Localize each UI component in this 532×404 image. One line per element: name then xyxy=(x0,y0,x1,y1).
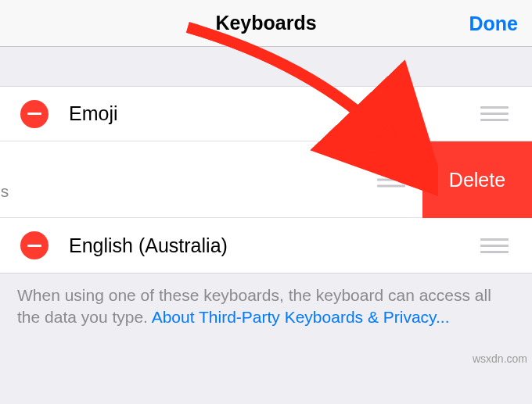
page-title: Keyboards xyxy=(215,12,316,34)
done-button[interactable]: Done xyxy=(469,12,519,34)
drag-handle-icon[interactable] xyxy=(376,172,407,187)
list-item[interactable]: English (Australia) xyxy=(0,218,532,273)
section-footer: When using one of these keyboards, the k… xyxy=(0,274,532,340)
keyboards-list: Emoji oard tiple languages Delete Englis… xyxy=(0,86,532,274)
list-item-swiped[interactable]: oard tiple languages Delete xyxy=(0,141,532,218)
section-spacer xyxy=(0,47,532,86)
list-item-label: English (Australia) xyxy=(69,234,479,257)
list-item-subtitle: tiple languages xyxy=(0,182,9,201)
list-item-content: oard tiple languages xyxy=(0,141,9,217)
drag-handle-icon[interactable] xyxy=(479,106,510,121)
privacy-link[interactable]: About Third-Party Keyboards & Privacy... xyxy=(152,308,450,326)
list-item[interactable]: Emoji xyxy=(0,87,532,141)
remove-icon[interactable] xyxy=(20,100,49,128)
list-item-label: oard xyxy=(0,158,9,181)
delete-button[interactable]: Delete xyxy=(422,141,532,218)
drag-handle-icon[interactable] xyxy=(479,238,510,253)
navigation-bar: Keyboards Done xyxy=(0,0,532,47)
remove-icon[interactable] xyxy=(20,231,49,259)
list-item-label: Emoji xyxy=(69,102,479,125)
watermark: wsxdn.com xyxy=(473,352,527,365)
